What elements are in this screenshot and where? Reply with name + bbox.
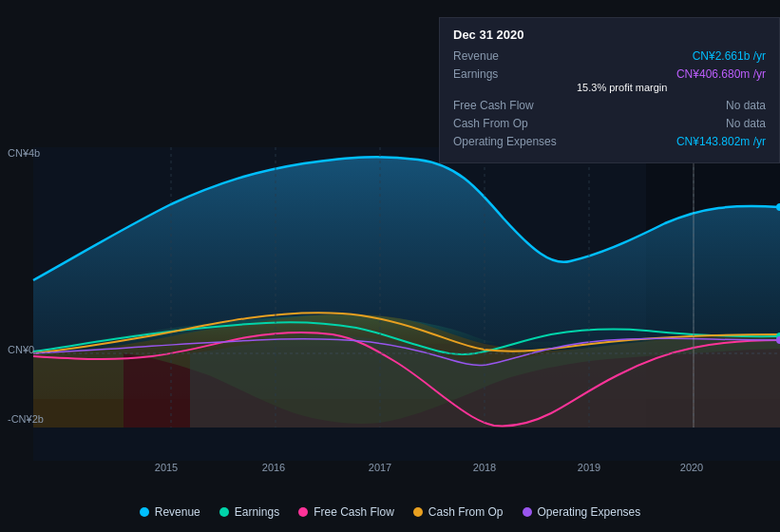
info-row-fcf: Free Cash Flow No data <box>453 99 766 112</box>
x-label-2019: 2019 <box>578 462 600 473</box>
info-value-earnings: CN¥406.680m /yr <box>676 67 766 81</box>
info-row-cashfromop: Cash From Op No data <box>453 117 766 130</box>
legend-label-cashfromop: Cash From Op <box>428 505 504 519</box>
legend-item-earnings[interactable]: Earnings <box>219 505 279 519</box>
legend-dot-fcf <box>298 507 308 517</box>
legend-dot-earnings <box>219 507 229 517</box>
info-row-opex: Operating Expenses CN¥143.802m /yr <box>453 135 766 148</box>
y-label-4b: CN¥4b <box>8 147 40 159</box>
x-label-2015: 2015 <box>155 462 178 473</box>
x-label-2018: 2018 <box>473 462 496 473</box>
info-row-revenue: Revenue CN¥2.661b /yr <box>453 49 766 63</box>
x-label-2017: 2017 <box>369 462 391 473</box>
legend-item-revenue[interactable]: Revenue <box>140 505 200 519</box>
y-label-0: CN¥0 <box>8 344 34 355</box>
info-tooltip: Dec 31 2020 Revenue CN¥2.661b /yr Earnin… <box>439 17 780 163</box>
info-row-earnings: Earnings CN¥406.680m /yr 15.3% profit ma… <box>453 67 766 94</box>
info-label-opex: Operating Expenses <box>453 135 577 148</box>
info-label-earnings: Earnings <box>453 67 577 81</box>
info-date: Dec 31 2020 <box>453 28 766 42</box>
legend-label-earnings: Earnings <box>235 505 279 519</box>
legend-item-cashfromop[interactable]: Cash From Op <box>413 505 504 519</box>
x-label-2016: 2016 <box>262 462 285 473</box>
legend-item-fcf[interactable]: Free Cash Flow <box>298 505 394 519</box>
info-value-revenue: CN¥2.661b /yr <box>693 49 766 63</box>
legend-dot-revenue <box>140 507 149 517</box>
legend-dot-cashfromop <box>413 507 423 517</box>
legend-label-revenue: Revenue <box>155 505 200 519</box>
legend-label-fcf: Free Cash Flow <box>314 505 394 519</box>
legend-label-opex: Operating Expenses <box>538 505 641 519</box>
info-value-cashfromop: No data <box>726 117 766 130</box>
info-label-revenue: Revenue <box>453 49 577 63</box>
info-label-fcf: Free Cash Flow <box>453 99 577 112</box>
chart-container: CN¥4b CN¥0 -CN¥2b 2015 2016 2017 2018 20… <box>0 0 780 532</box>
info-value-opex: CN¥143.802m /yr <box>676 135 766 148</box>
y-label-neg2b: -CN¥2b <box>8 413 44 425</box>
legend-dot-opex <box>523 507 532 517</box>
info-label-cashfromop: Cash From Op <box>453 117 577 130</box>
chart-legend: Revenue Earnings Free Cash Flow Cash Fro… <box>0 505 780 519</box>
info-value-fcf: No data <box>726 99 766 112</box>
legend-item-opex[interactable]: Operating Expenses <box>523 505 641 519</box>
x-label-2020: 2020 <box>680 462 703 473</box>
info-profit-margin: 15.3% profit margin <box>577 82 667 93</box>
